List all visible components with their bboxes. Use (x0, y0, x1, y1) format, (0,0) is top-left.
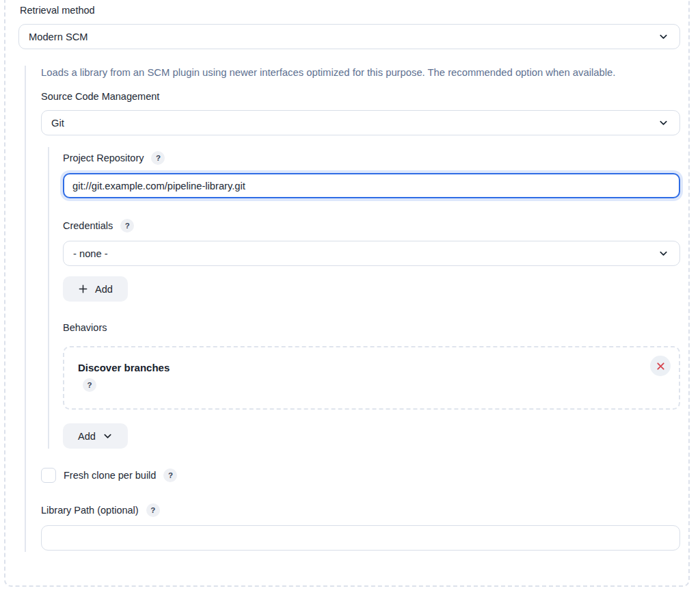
fresh-clone-label: Fresh clone per build (64, 469, 156, 481)
fresh-clone-checkbox[interactable] (41, 468, 56, 483)
behavior-item-title: Discover branches (78, 362, 665, 373)
help-icon[interactable]: ? (146, 503, 160, 517)
help-icon[interactable]: ? (83, 378, 96, 392)
git-scm-section: Project Repository ? Credentials ? - non… (48, 147, 680, 449)
fresh-clone-row: Fresh clone per build ? (41, 468, 680, 483)
retrieval-method-value: Modern SCM (29, 31, 88, 42)
scm-label: Source Code Management (41, 90, 680, 103)
chevron-down-icon (658, 118, 669, 128)
retrieval-method-select[interactable]: Modern SCM (18, 24, 680, 49)
scm-select[interactable]: Git (41, 110, 680, 135)
help-icon[interactable]: ? (163, 468, 177, 482)
credentials-label: Credentials (63, 220, 113, 232)
help-icon[interactable]: ? (120, 219, 134, 233)
behavior-item-discover-branches: Discover branches ? (63, 346, 680, 410)
project-repository-label: Project Repository (63, 152, 144, 164)
project-repository-input[interactable] (63, 173, 680, 198)
library-path-label: Library Path (optional) (41, 504, 139, 516)
chevron-down-icon (658, 248, 669, 259)
retrieval-method-help-text: Loads a library from an SCM plugin using… (41, 66, 680, 79)
credentials-value: - none - (73, 248, 108, 259)
modern-scm-section: Loads a library from an SCM plugin using… (25, 66, 680, 552)
close-icon (656, 362, 665, 371)
add-credentials-button[interactable]: Add (63, 276, 128, 302)
plus-icon (78, 284, 88, 294)
behaviors-label: Behaviors (63, 321, 680, 334)
add-behavior-button[interactable]: Add (63, 423, 128, 449)
add-behavior-button-label: Add (78, 431, 96, 442)
library-config-panel: Retrieval method Modern SCM Loads a libr… (4, 0, 690, 587)
chevron-down-icon (658, 31, 669, 42)
credentials-select[interactable]: - none - (63, 241, 680, 266)
retrieval-method-label: Retrieval method (20, 4, 680, 16)
scm-value: Git (51, 118, 64, 129)
add-credentials-button-label: Add (95, 284, 113, 295)
library-path-input[interactable] (41, 525, 680, 551)
help-icon[interactable]: ? (151, 151, 165, 165)
chevron-down-icon (103, 431, 113, 441)
remove-behavior-button[interactable] (650, 356, 671, 376)
